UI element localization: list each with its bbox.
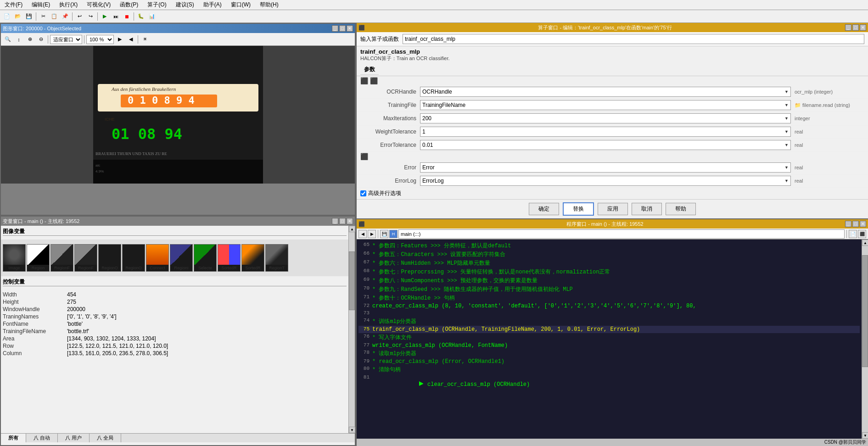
debug-btn[interactable]: 🐛 — [136, 11, 146, 22]
img-tool4[interactable]: ⊖ — [36, 34, 46, 45]
prog-back-btn[interactable]: ◀ — [358, 230, 367, 238]
param-el-select[interactable]: ErrorLog ▼ — [420, 176, 791, 186]
thumb-sortedr2[interactable]: SortedR — [241, 244, 264, 272]
prog-icon2[interactable]: ⬛ — [858, 230, 866, 238]
cancel-btn[interactable]: 取消 — [632, 203, 662, 215]
op-search-input[interactable] — [403, 34, 864, 44]
tab-all[interactable]: 所有 — [1, 434, 26, 442]
cut-btn[interactable]: ✂ — [38, 11, 48, 22]
param-et-select[interactable]: 0.01 ▼ — [420, 140, 791, 150]
thumb-regionf1[interactable]: RegionF — [50, 244, 73, 272]
menu-visual[interactable]: 可视化(V) — [84, 0, 113, 10]
prog-line-66: 66 * 参数五：Characters >>> 设置要匹配的字符集合 — [358, 250, 860, 259]
tab-user[interactable]: 八 用户 — [58, 434, 90, 442]
prog-func-input[interactable] — [398, 229, 845, 239]
param-mi-select[interactable]: 200 ▼ — [420, 113, 791, 123]
thumb-regiont[interactable]: RegionT — [265, 244, 288, 272]
graph-btn[interactable]: 📊 — [147, 11, 157, 22]
menu-suggest[interactable]: 建议(S) — [173, 0, 197, 10]
menu-exec[interactable]: 执行(X) — [56, 0, 80, 10]
run-btn[interactable]: ▶ — [100, 11, 110, 22]
thumb-image[interactable]: Image — [3, 244, 26, 272]
new-btn[interactable]: 📄 — [2, 11, 12, 22]
prog-save-btn[interactable]: 💾 — [380, 230, 388, 238]
op-titlebar-btns: _ □ ✕ — [845, 24, 866, 31]
thumb-sortedr1[interactable]: SortedR — [218, 244, 241, 272]
menu-file[interactable]: 文件(F) — [2, 0, 25, 10]
param-tf-select[interactable]: TrainingFileName ▼ — [420, 100, 791, 110]
stop-btn[interactable]: ⏹ — [122, 11, 132, 22]
file-open-icon[interactable]: 📁 — [795, 102, 801, 108]
input-icon[interactable]: ⬛ — [360, 77, 368, 84]
confirm-btn[interactable]: 确定 — [529, 203, 559, 215]
img-tool1[interactable]: 🔍 — [3, 34, 13, 45]
help-btn[interactable]: 帮助 — [666, 203, 696, 215]
thumb-region[interactable]: Region — [27, 244, 50, 272]
prog-fwd-btn[interactable]: ▶ — [368, 230, 376, 238]
param-ocrhandle-select[interactable]: OCRHandle ▼ — [420, 87, 791, 97]
thumb-connect[interactable]: Connect — [146, 244, 169, 272]
tab-auto[interactable]: 八 自动 — [26, 434, 58, 442]
advanced-checkbox[interactable] — [360, 190, 366, 196]
var-scrollbar[interactable]: ▲ ▼ — [348, 226, 355, 433]
prog-icon1[interactable]: 📄 — [849, 230, 857, 238]
code-76: * 写入字体文件 — [372, 334, 860, 341]
op-minimize-btn[interactable]: _ — [845, 24, 851, 31]
tab-global[interactable]: 八 全局 — [90, 434, 121, 442]
menu-op[interactable]: 算子(O) — [145, 0, 169, 10]
var-scroll-down[interactable]: ▼ — [349, 427, 355, 433]
apply-btn[interactable]: 应用 — [598, 203, 628, 215]
copy-btn[interactable]: 📋 — [49, 11, 59, 22]
var-maximize-btn[interactable]: □ — [339, 218, 346, 224]
step-btn[interactable]: ⏭ — [111, 11, 121, 22]
prog-scrollbar[interactable]: ▲ ▼ — [862, 240, 868, 439]
maximize-btn[interactable]: □ — [339, 25, 346, 32]
undo-btn[interactable]: ↩ — [74, 11, 84, 22]
var-minimize-btn[interactable]: _ — [332, 218, 338, 224]
prog-scroll-down[interactable]: ▼ — [862, 432, 868, 439]
img-tool3[interactable]: ⊕ — [25, 34, 35, 45]
close-btn[interactable]: ✕ — [347, 25, 353, 32]
thumb-regiono2[interactable]: RegionO — [122, 244, 145, 272]
thumb-regiono1[interactable]: RegionO — [98, 244, 121, 272]
var-close-btn[interactable]: ✕ — [347, 218, 353, 224]
fit-dropdown[interactable]: 适应窗口 — [50, 35, 82, 44]
param-err-select[interactable]: Error ▼ — [420, 162, 791, 173]
redo-btn[interactable]: ↪ — [85, 11, 95, 22]
img-tool2[interactable]: ↕ — [14, 34, 24, 45]
zoom-out[interactable]: ◀ — [126, 34, 136, 45]
replace-btn[interactable]: 替换 — [563, 202, 594, 216]
menu-help[interactable]: 帮助(H) — [257, 0, 281, 10]
brightness-btn[interactable]: ☀ — [140, 34, 150, 45]
op-maximize-btn[interactable]: □ — [852, 24, 859, 31]
prog-scroll-thumb[interactable] — [862, 255, 868, 367]
thumb-regioni[interactable]: RegionI — [170, 244, 193, 272]
var-scroll-thumb[interactable] — [349, 251, 355, 310]
prog-scroll-up[interactable]: ▲ — [862, 240, 868, 246]
minimize-btn[interactable]: _ — [332, 25, 338, 32]
zoom-dropdown[interactable]: 100 % — [86, 35, 114, 44]
var-scroll-up[interactable]: ▲ — [349, 226, 355, 232]
op-close-btn[interactable]: ✕ — [860, 24, 866, 31]
prog-halcon-btn[interactable]: H — [389, 230, 398, 238]
prog-maximize-btn[interactable]: □ — [852, 221, 859, 227]
prog-close-btn[interactable]: ✕ — [860, 221, 866, 227]
param-wt-select[interactable]: 1 ▼ — [420, 127, 791, 137]
menu-edit[interactable]: 编辑(E) — [29, 0, 53, 10]
linenum-78: 78 — [358, 350, 372, 357]
paste-btn[interactable]: 📌 — [60, 11, 70, 22]
arrow-indicator[interactable]: ⯈ — [419, 381, 427, 388]
zoom-in[interactable]: ▶ — [115, 34, 125, 45]
menu-func[interactable]: 函数(P) — [117, 0, 141, 10]
op-func-desc: HALCON算子：Train an OCR classifier. — [357, 55, 868, 64]
thumb-regionf2[interactable]: RegionF — [74, 244, 97, 272]
thumb-selected[interactable]: Selecte — [194, 244, 217, 272]
menu-help2[interactable]: 助手(A) — [201, 0, 224, 10]
thumb-sortedr2-label: SortedR — [245, 266, 260, 270]
prog-minimize-btn[interactable]: _ — [845, 221, 851, 227]
thumb-sortedr1-img — [218, 245, 240, 265]
open-btn[interactable]: 📂 — [13, 11, 23, 22]
menu-window[interactable]: 窗口(W) — [228, 0, 253, 10]
output-icon2[interactable]: ⬛ — [360, 153, 368, 160]
save-btn[interactable]: 💾 — [24, 11, 34, 22]
